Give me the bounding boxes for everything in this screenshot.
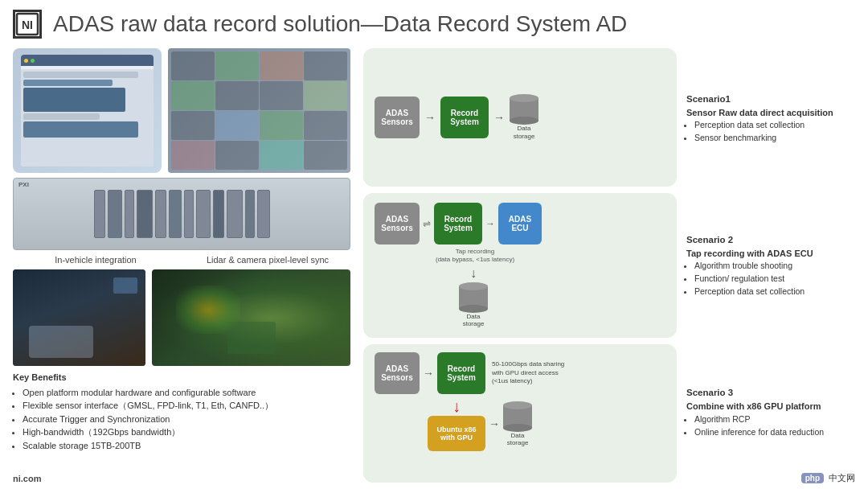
main-content: PXI In-vehicle integration Lidar & camer…: [0, 45, 868, 483]
page-title: ADAS raw data record solution—Data Recor…: [53, 11, 627, 37]
s3-adas-sensors: ADASSensors: [375, 352, 420, 394]
s3-sharing-label: 50-100Gbps data sharing with GPU direct …: [492, 360, 564, 385]
right-panel: ADASSensors → RecordSystem → Datastorage: [363, 48, 855, 483]
key-benefits: Key Benefits Open platform modular hardw…: [13, 371, 350, 452]
benefit-1: Open platform modular hardware and confi…: [23, 386, 350, 400]
ni-logo: NI: [13, 10, 42, 39]
footer-right: php 中文网: [801, 472, 855, 484]
s3-top-row: ADASSensors → RecordSystem 50-100Gbps da…: [375, 352, 564, 394]
s2-bottom-row: Tap recording (data bypass, <1us latency…: [432, 248, 542, 328]
s3-desc-item2: Online inference for data reduction: [694, 426, 855, 439]
s1-flow: ADASSensors → RecordSystem → Datastorage: [375, 94, 538, 140]
benefit-4: High-bandwidth（192Gbps bandwidth）: [23, 425, 350, 439]
s3-desc-item1: Algorithm RCP: [694, 413, 855, 426]
s2-arrow2: →: [485, 218, 495, 229]
footer-chinese: 中文网: [829, 472, 855, 484]
s1-desc-list: Perception data set collection Sensor be…: [686, 119, 855, 145]
benefit-3: Accurate Trigger and Synchronization: [23, 413, 350, 426]
scenarios-col: ADASSensors → RecordSystem → Datastorage: [363, 48, 677, 483]
s2-desc-item2: Function/ regulation test: [694, 273, 855, 286]
s1-adas-sensors: ADASSensors: [375, 97, 420, 138]
s3-storage-label: Datastorage: [507, 432, 529, 447]
label-lidar: Lidar & camera pixel-level sync: [185, 255, 350, 265]
s2-arrow1: ⇌: [423, 218, 431, 229]
scenario1-box: ADASSensors → RecordSystem → Datastorage: [363, 48, 677, 187]
s1-arrow2: →: [493, 111, 505, 124]
images-top: [13, 48, 350, 173]
php-badge: php: [801, 473, 824, 483]
s3-record-system: RecordSystem: [437, 352, 485, 394]
scenario3-box: ADASSensors → RecordSystem 50-100Gbps da…: [363, 344, 677, 483]
s2-record-system: RecordSystem: [434, 203, 482, 244]
s3-desc-subtitle: Combine with x86 GPU platform: [686, 400, 855, 413]
s3-arrow1: →: [423, 367, 434, 380]
s2-adas-sensors: ADASSensors: [375, 203, 420, 244]
svg-text:NI: NI: [22, 18, 33, 31]
s2-storage-label: Datastorage: [463, 313, 485, 328]
s3-bottom-row: ↓ Ubuntu x86with GPU → Datastorage: [428, 397, 564, 451]
s1-desc-title: Scenario1: [686, 92, 855, 106]
s3-red-arrow: ↓: [452, 397, 461, 416]
s1-desc-item2: Sensor benchmarking: [694, 132, 855, 145]
s2-desc-item3: Perception data set collection: [694, 286, 855, 298]
s2-desc-list: Algorithm trouble shooting Function/ reg…: [686, 260, 855, 298]
s3-desc: Scenario 3 Combine with x86 GPU platform…: [686, 342, 855, 483]
s2-desc-item1: Algorithm trouble shooting: [694, 260, 855, 273]
s1-storage-label: Datastorage: [514, 125, 535, 140]
s1-data-storage: Datastorage: [510, 94, 538, 140]
s2-top-row: ADASSensors ⇌ RecordSystem → ADASECU: [375, 203, 542, 244]
s2-desc-subtitle: Tap recording with ADAS ECU: [686, 247, 855, 261]
benefit-2: Flexible sensor interface（GMSL, FPD-link…: [23, 399, 350, 413]
s3-flow-wrap: ADASSensors → RecordSystem 50-100Gbps da…: [375, 352, 564, 451]
s1-desc-subtitle: Sensor Raw data direct acquisition: [686, 106, 855, 120]
footer: ni.com php 中文网: [13, 472, 855, 484]
header: NI ADAS raw data record solution—Data Re…: [0, 0, 868, 45]
footer-ni-logo: ni.com: [13, 474, 41, 483]
left-panel: PXI In-vehicle integration Lidar & camer…: [13, 48, 350, 483]
s3-desc-title: Scenario 3: [686, 386, 855, 400]
images-bottom: [13, 269, 350, 366]
benefit-5: Scalable storage 15TB-200TB: [23, 439, 350, 453]
image-labels: In-vehicle integration Lidar & camera pi…: [13, 255, 350, 265]
s1-arrow1: →: [424, 111, 436, 124]
desc-col: Scenario1 Sensor Raw data direct acquisi…: [686, 48, 855, 483]
s1-desc-item1: Perception data set collection: [694, 119, 855, 132]
lidar-image: [152, 269, 350, 366]
s2-down-arrow: ↓: [470, 266, 477, 281]
key-benefits-list: Open platform modular hardware and confi…: [13, 386, 350, 453]
s2-desc: Scenario 2 Tap recording with ADAS ECU A…: [686, 195, 855, 336]
camera-image: [168, 48, 350, 173]
s2-adas-ecu: ADASECU: [498, 203, 542, 244]
scenario2-box: ADASSensors ⇌ RecordSystem → ADASECU Tap…: [363, 193, 677, 338]
key-benefits-title: Key Benefits: [13, 371, 350, 384]
label-invehicle: In-vehicle integration: [13, 255, 178, 265]
s2-flow-wrap: ADASSensors ⇌ RecordSystem → ADASECU Tap…: [375, 203, 542, 328]
screen-image: [13, 48, 162, 173]
s3-ubuntu-gpu: Ubuntu x86with GPU: [428, 416, 485, 451]
car-image: [13, 269, 145, 366]
s3-data-storage: Datastorage: [503, 401, 532, 447]
s3-desc-list: Algorithm RCP Online inference for data …: [686, 413, 855, 439]
s2-data-storage: Datastorage: [459, 282, 488, 328]
s3-arrow2: →: [489, 417, 500, 430]
rack-image: PXI: [13, 178, 350, 250]
s2-desc-title: Scenario 2: [686, 233, 855, 247]
s2-tap-label: Tap recording (data bypass, <1us latency…: [436, 248, 514, 265]
s1-desc: Scenario1 Sensor Raw data direct acquisi…: [686, 48, 855, 189]
s1-record-system: RecordSystem: [440, 97, 489, 138]
